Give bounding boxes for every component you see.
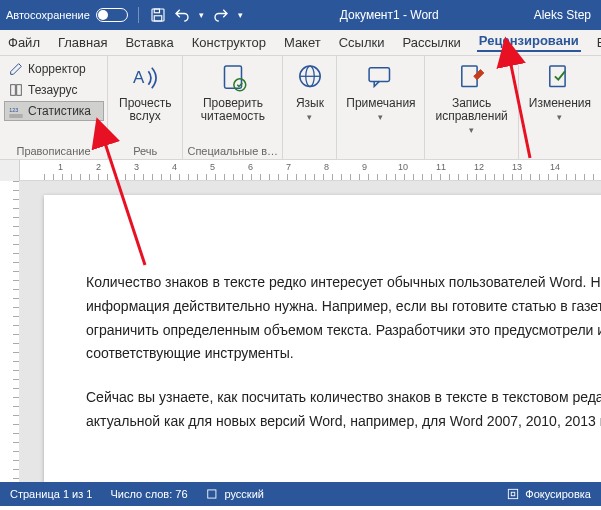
comments-label: Примечания <box>346 97 415 110</box>
svg-rect-19 <box>512 492 516 496</box>
titlebar: Автосохранение ▾ ▾ Документ1 - Word Alek… <box>0 0 601 30</box>
workspace: Количество знаков в тексте редко интерес… <box>0 181 601 482</box>
tab-view[interactable]: Вид <box>595 35 601 50</box>
tab-design[interactable]: Конструктор <box>190 35 268 50</box>
group-comments: Примечания ▾ <box>337 56 425 159</box>
group-speech-label: Речь <box>112 144 178 158</box>
editor-button[interactable]: Корректор <box>4 59 104 79</box>
status-focus-mode[interactable]: Фокусировка <box>506 487 591 501</box>
thesaurus-button[interactable]: Тезаурус <box>4 80 104 100</box>
qat-customize[interactable]: ▾ <box>236 10 245 20</box>
page-background[interactable]: Количество знаков в тексте редко интерес… <box>20 181 601 482</box>
undo-icon[interactable] <box>173 6 191 24</box>
svg-rect-1 <box>154 9 159 13</box>
changes-button[interactable]: Изменения ▾ <box>523 59 597 124</box>
word-count-icon: 123 <box>8 103 24 119</box>
chevron-down-icon: ▾ <box>305 112 314 122</box>
editor-label: Корректор <box>28 62 86 76</box>
window-title: Документ1 - Word <box>245 8 534 22</box>
track-changes-icon <box>455 61 489 95</box>
group-proofing-label: Правописание <box>4 144 103 158</box>
svg-rect-3 <box>11 85 16 96</box>
tab-insert[interactable]: Вставка <box>123 35 175 50</box>
ruler-vertical[interactable] <box>0 181 20 482</box>
thesaurus-label: Тезаурус <box>28 83 77 97</box>
chevron-down-icon: ▾ <box>376 112 385 122</box>
ribbon: Корректор Тезаурус 123 Статистика Правоп… <box>0 56 601 160</box>
accessibility-icon <box>216 61 250 95</box>
word-count-button[interactable]: 123 Статистика <box>4 101 104 121</box>
track-changes-label: Запись исправлений <box>435 97 507 123</box>
undo-dropdown[interactable]: ▾ <box>197 10 206 20</box>
redo-icon[interactable] <box>212 6 230 24</box>
group-tracking: Запись исправлений ▾ <box>425 56 518 159</box>
comments-icon <box>364 61 398 95</box>
focus-icon <box>506 487 520 501</box>
autosave-toggle[interactable] <box>96 8 128 22</box>
editor-icon <box>8 61 24 77</box>
check-accessibility-button[interactable]: Проверить читаемость <box>195 59 271 125</box>
language-label: Язык <box>296 97 324 110</box>
tab-mailings[interactable]: Рассылки <box>400 35 462 50</box>
changes-icon <box>543 61 577 95</box>
tab-layout[interactable]: Макет <box>282 35 323 50</box>
chevron-down-icon: ▾ <box>467 125 476 135</box>
tab-file[interactable]: Файл <box>6 35 42 50</box>
language-button[interactable]: Язык ▾ <box>287 59 333 124</box>
word-count-label: Статистика <box>28 104 91 118</box>
comments-button[interactable]: Примечания ▾ <box>340 59 421 124</box>
status-language[interactable]: русский <box>206 487 264 501</box>
ribbon-tabs: Файл Главная Вставка Конструктор Макет С… <box>0 30 601 56</box>
group-accessibility: Проверить читаемость Специальные во... <box>183 56 283 159</box>
check-accessibility-label: Проверить читаемость <box>201 97 265 123</box>
tab-review[interactable]: Рецензировани <box>477 33 581 52</box>
read-aloud-label: Прочесть вслух <box>119 97 171 123</box>
tab-home[interactable]: Главная <box>56 35 109 50</box>
read-aloud-button[interactable]: A Прочесть вслух <box>113 59 177 125</box>
paragraph[interactable]: Сейчас вы узнаете, как посчитать количес… <box>86 386 601 434</box>
svg-rect-18 <box>509 489 518 498</box>
svg-text:123: 123 <box>9 107 18 113</box>
svg-rect-17 <box>207 490 215 498</box>
read-aloud-icon: A <box>128 61 162 95</box>
page[interactable]: Количество знаков в тексте редко интерес… <box>44 195 601 482</box>
status-page[interactable]: Страница 1 из 1 <box>10 488 92 500</box>
track-changes-button[interactable]: Запись исправлений ▾ <box>429 59 513 137</box>
group-speech: A Прочесть вслух Речь <box>108 56 183 159</box>
svg-rect-16 <box>550 66 565 86</box>
statusbar: Страница 1 из 1 Число слов: 76 русский Ф… <box>0 482 601 506</box>
chevron-down-icon: ▾ <box>555 112 564 122</box>
group-changes: Изменения ▾ <box>519 56 601 159</box>
ruler-horizontal[interactable]: 1 2 3 4 5 6 7 8 9 10 11 12 13 14 <box>20 160 601 181</box>
svg-rect-4 <box>17 85 22 96</box>
save-icon[interactable] <box>149 6 167 24</box>
svg-text:A: A <box>133 68 145 87</box>
svg-rect-9 <box>224 66 241 88</box>
group-language: Язык ▾ <box>283 56 337 159</box>
autosave-label: Автосохранение <box>6 9 90 21</box>
svg-rect-2 <box>154 16 162 21</box>
language-proof-icon <box>206 487 220 501</box>
group-accessibility-label: Специальные во... <box>187 144 278 158</box>
svg-rect-14 <box>369 68 389 82</box>
ruler-corner <box>0 160 20 181</box>
user-name[interactable]: Aleks Step <box>534 8 595 22</box>
group-proofing: Корректор Тезаурус 123 Статистика Правоп… <box>0 56 108 159</box>
changes-label: Изменения <box>529 97 591 110</box>
status-word-count[interactable]: Число слов: 76 <box>110 488 187 500</box>
thesaurus-icon <box>8 82 24 98</box>
paragraph[interactable]: Количество знаков в тексте редко интерес… <box>86 271 601 366</box>
tab-references[interactable]: Ссылки <box>337 35 387 50</box>
language-icon <box>293 61 327 95</box>
